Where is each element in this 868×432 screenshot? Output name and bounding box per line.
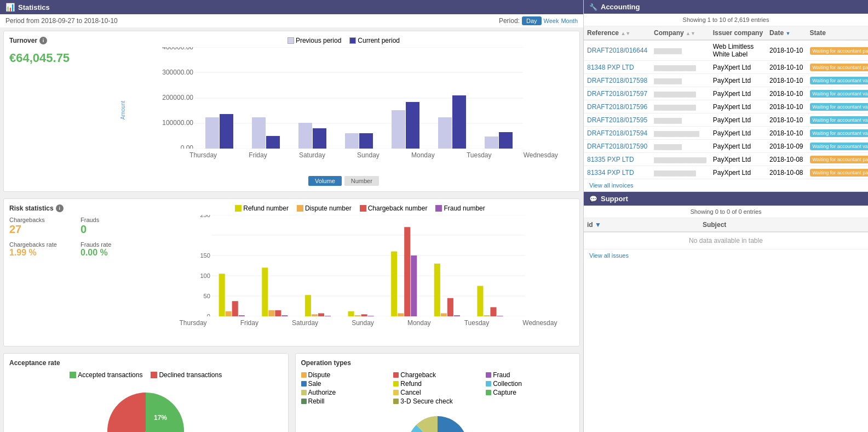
y-axis-label: Amount <box>120 101 126 120</box>
row-company: █████████████ <box>651 127 710 140</box>
svg-rect-22 <box>485 137 498 149</box>
status-badge: Waiting for accountant payment <box>810 64 869 71</box>
svg-rect-51 <box>391 252 397 316</box>
turnover-x-labels: ThursdayFridaySaturdaySundayMondayTuesda… <box>143 151 574 159</box>
operation-types-section: Operation types Dispute Chargeback Fraud… <box>295 353 580 432</box>
ref-link[interactable]: DRAFT2018/017597 <box>587 90 647 98</box>
toggle-number[interactable]: Number <box>344 176 379 186</box>
row-ref: DRAFT2018/017597 <box>584 87 651 100</box>
risk-legend: Refund number Dispute number Chargeback … <box>146 204 574 212</box>
ref-link[interactable]: DRAFT2018/017595 <box>587 116 647 124</box>
op-capture-dot <box>486 390 491 395</box>
svg-rect-10 <box>205 117 219 149</box>
stats-header: 📊 Statistics <box>0 0 583 14</box>
accepted-label: Accepted transactions <box>78 371 142 379</box>
operation-types-pie: 55% 15% 7% 8% 5% <box>301 413 574 432</box>
row-state: Waiting for accountant validation <box>807 127 869 140</box>
svg-rect-58 <box>454 315 460 316</box>
ref-link[interactable]: DRAFT2018/017598 <box>587 77 647 84</box>
accounting-icon: 🔧 <box>589 3 597 11</box>
row-state: Waiting for accountant validation <box>807 100 869 113</box>
declined-legend-box <box>151 372 157 378</box>
row-issuer: PayXpert Ltd <box>710 127 766 140</box>
row-ref: DRAFT2018/017598 <box>584 74 651 87</box>
accounting-subheader: Showing 1 to 10 of 2,619 entries <box>584 14 868 26</box>
op-3d-dot <box>393 399 399 404</box>
btn-day[interactable]: Day <box>522 16 542 25</box>
support-col-subject: Subject <box>699 218 868 232</box>
col-date: Date ▼ <box>766 26 806 40</box>
row-date: 2018-10-10 <box>766 61 806 74</box>
svg-rect-13 <box>266 136 280 149</box>
row-ref: DRAFT2018/017590 <box>584 140 651 153</box>
frauds-rate-value: 0.00 % <box>81 248 146 258</box>
op-sale-dot <box>301 381 307 386</box>
ref-link[interactable]: 81348 PXP LTD <box>587 64 634 71</box>
bottom-row: Acceptance rate Accepted transactions De… <box>0 350 583 432</box>
svg-rect-39 <box>262 268 268 316</box>
row-date: 2018-10-08 <box>766 153 806 166</box>
bar-chart-container: Amount 400000.00 300000.00 200000.00 100… <box>113 47 574 173</box>
row-company: ████████████ <box>651 87 710 100</box>
svg-rect-61 <box>490 307 496 316</box>
turnover-section: Turnover i €64,045.75 Previous period Cu… <box>3 31 580 192</box>
view-all-issues[interactable]: View all issues <box>584 249 868 262</box>
btn-week[interactable]: Week <box>544 18 559 24</box>
row-company: ████████████ <box>651 61 710 74</box>
row-company: ████████████ <box>651 166 710 179</box>
turnover-title: Turnover i <box>9 37 108 44</box>
prev-period-label: Previous period <box>296 37 341 44</box>
risk-info-icon: i <box>56 204 64 212</box>
ref-link[interactable]: 81334 PXP LTD <box>587 169 634 177</box>
row-date: 2018-10-10 <box>766 127 806 140</box>
svg-rect-20 <box>438 117 452 149</box>
svg-text:100: 100 <box>200 272 210 279</box>
svg-text:50: 50 <box>204 293 210 299</box>
svg-rect-57 <box>447 298 453 316</box>
risk-title: Risk statistics i <box>9 204 146 212</box>
ref-link[interactable]: DRAFT2018/017596 <box>587 103 647 111</box>
svg-rect-11 <box>220 114 233 149</box>
svg-text:100000.00: 100000.00 <box>162 119 193 127</box>
svg-text:400000.00: 400000.00 <box>162 47 193 51</box>
svg-rect-40 <box>268 310 274 316</box>
svg-rect-55 <box>434 264 440 316</box>
status-badge: Waiting for accountant validation <box>810 129 869 137</box>
ref-link[interactable]: DRAFT2018/016644 <box>587 47 647 54</box>
toggle-volume[interactable]: Volume <box>308 176 342 186</box>
status-badge: Waiting for accountant validation <box>810 116 869 124</box>
btn-month[interactable]: Month <box>561 18 578 24</box>
status-badge: Waiting for accountant validation <box>810 90 869 98</box>
svg-rect-19 <box>406 102 419 149</box>
stats-icon: 📊 <box>5 3 15 12</box>
declined-label: Declined transactions <box>159 371 222 379</box>
table-row: DRAFT2018/017594 █████████████ PayXpert … <box>584 127 868 140</box>
row-state: Waiting for accountant validation <box>807 113 869 127</box>
svg-rect-15 <box>313 128 326 149</box>
svg-rect-12 <box>252 117 266 149</box>
row-issuer: PayXpert Ltd <box>710 87 766 100</box>
svg-rect-49 <box>361 314 367 316</box>
col-state: State <box>807 26 869 40</box>
svg-rect-36 <box>226 311 232 316</box>
operation-types-legend: Dispute Chargeback Fraud Sale Refund Col… <box>301 371 574 405</box>
view-all-invoices[interactable]: View all invoices <box>584 179 868 192</box>
turnover-value: €64,045.75 <box>9 51 108 65</box>
row-ref: DRAFT2018/017596 <box>584 100 651 113</box>
svg-text:250: 250 <box>200 215 210 218</box>
period-label: Period from 2018-09-27 to 2018-10-10 <box>5 17 118 25</box>
svg-rect-62 <box>497 316 503 316</box>
turnover-chart-area: Previous period Current period Amount <box>113 37 574 186</box>
ref-link[interactable]: 81335 PXP LTD <box>587 156 634 163</box>
svg-rect-48 <box>355 315 361 316</box>
accounting-table: Reference ▲▼ Company ▲▼ Issuer company D… <box>584 26 868 179</box>
svg-rect-18 <box>392 110 405 149</box>
status-badge: Waiting for accountant validation <box>810 103 869 111</box>
svg-rect-59 <box>477 286 483 317</box>
ref-link[interactable]: DRAFT2018/017594 <box>587 129 647 137</box>
ref-link[interactable]: DRAFT2018/017590 <box>587 143 647 150</box>
curr-period-label: Current period <box>358 37 400 44</box>
support-header: 💬 Support <box>584 192 868 206</box>
chargebacks-label: Chargebacks <box>9 217 75 223</box>
op-fraud-dot <box>486 372 491 378</box>
